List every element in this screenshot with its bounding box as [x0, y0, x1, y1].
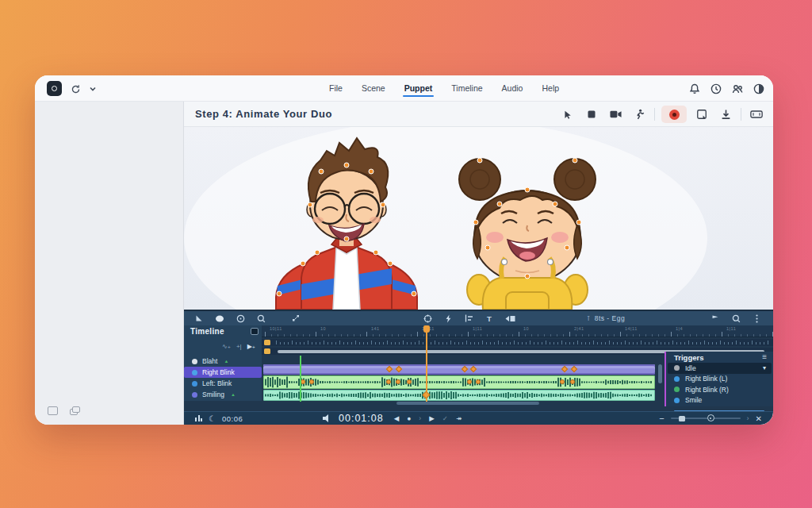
ellipse-tool-icon[interactable]	[214, 314, 225, 323]
skip-forward-button[interactable]: ↠	[456, 414, 462, 422]
record-button[interactable]	[661, 106, 687, 123]
desktop-background: File Scene Puppet Timeline Audio Help	[0, 0, 812, 508]
puppet-canvas[interactable]	[184, 127, 773, 310]
filmstrip-icon[interactable]	[748, 106, 765, 122]
left-sidebar-panel	[35, 102, 184, 425]
marker-in-icon[interactable]	[504, 314, 515, 323]
zoom-tool-icon[interactable]	[255, 314, 266, 323]
search-icon[interactable]	[730, 314, 741, 323]
trigger-item-right-blink-r[interactable]: Right Blink (R)	[666, 384, 773, 395]
align-left-icon[interactable]	[463, 314, 474, 323]
menu-puppet[interactable]: Puppet	[396, 80, 442, 98]
canvas-toolbar	[559, 102, 765, 127]
top-right-icons	[688, 75, 765, 102]
theme-toggle-icon[interactable]	[753, 83, 765, 95]
panel-view-icon[interactable]	[48, 406, 58, 415]
clip-left-blink-audio[interactable]	[263, 375, 655, 389]
trigger-item-smile[interactable]: Smile	[666, 395, 773, 406]
moon-icon[interactable]: ☾	[209, 414, 216, 423]
close-panel-icon[interactable]: ✕	[756, 414, 762, 423]
page-title: Step 4: Animate Your Duo	[195, 108, 332, 120]
menu-timeline[interactable]: Timeline	[442, 80, 491, 98]
track-label: Blaht	[202, 357, 217, 365]
track-dot-icon	[192, 392, 197, 398]
track-row-smiling[interactable]: Smiling ▲	[184, 389, 262, 400]
triggers-panel: Triggers ≡ Idle ▾ Right Blink (L) Right …	[665, 352, 773, 406]
timeline-toolbar: T ⊺ 8ts - Egg	[184, 310, 773, 325]
clip-smiling-audio[interactable]	[263, 390, 655, 401]
app-window: File Scene Puppet Timeline Audio Help	[35, 75, 773, 425]
trigger-item-right-blink-l[interactable]: Right Blink (L)	[666, 374, 773, 385]
performance-icon[interactable]	[195, 415, 202, 421]
add-track-icon[interactable]: +|	[236, 343, 242, 350]
circle-dot-icon[interactable]	[235, 314, 246, 323]
track-flag-icon: ▲	[231, 392, 236, 396]
select-cursor-icon[interactable]	[559, 106, 576, 122]
text-tool-icon[interactable]: T	[484, 314, 495, 323]
stop-frame-icon[interactable]	[583, 106, 600, 122]
trigger-item-idle[interactable]: Idle ▾	[668, 363, 772, 374]
track-row-right-blink[interactable]: Right Blink	[184, 367, 262, 378]
tracks-vertical-scrollbar[interactable]	[658, 364, 662, 383]
users-icon[interactable]	[731, 83, 744, 95]
menu-scene[interactable]: Scene	[353, 80, 394, 98]
trigger-dot-icon	[674, 376, 680, 382]
download-icon[interactable]	[717, 106, 734, 122]
snap-icon[interactable]: ∿₊	[222, 343, 231, 350]
lightning-icon[interactable]	[442, 314, 454, 323]
expand-icon[interactable]: ›	[747, 414, 749, 422]
menu-bar: File Scene Puppet Timeline Audio Help	[320, 75, 568, 102]
menu-help[interactable]: Help	[533, 80, 568, 98]
confirm-icon[interactable]: ✓	[442, 414, 448, 422]
timeline-clips-area	[263, 325, 655, 401]
step-forward-button[interactable]: ›	[419, 414, 421, 422]
chevron-down-icon[interactable]	[86, 82, 100, 96]
playhead[interactable]	[426, 325, 427, 402]
timeline-options-icon[interactable]	[251, 328, 259, 335]
trigger-label: Right Blink (L)	[685, 375, 727, 383]
target-icon[interactable]	[422, 314, 433, 323]
triggers-menu-icon[interactable]: ≡	[762, 353, 767, 361]
timeline-panel-title: Timeline	[190, 327, 224, 336]
walk-behavior-icon[interactable]	[630, 106, 648, 122]
step-back-button[interactable]: ◀	[394, 414, 400, 422]
timeline-status-bar: ☾ 00:06 00:01:08 ◀ ● › ▶ ✓ ↠ −	[184, 411, 773, 425]
timeline-zoom-slider[interactable]	[671, 418, 741, 419]
track-row-blaht[interactable]: Blaht ▲	[184, 356, 262, 367]
history-clock-icon[interactable]	[710, 83, 722, 95]
tracks-horizontal-scrollbar[interactable]	[396, 402, 539, 405]
track-label: Left: Blink	[202, 379, 232, 387]
clip-right-blink[interactable]	[263, 364, 655, 375]
track-dot-icon	[192, 359, 197, 364]
wedge-select-icon[interactable]	[193, 314, 205, 323]
playhead-handle[interactable]	[423, 325, 430, 333]
zoom-slider-handle[interactable]	[679, 416, 685, 421]
text-cursor-icon: ⊺	[587, 315, 591, 322]
menu-audio[interactable]: Audio	[493, 80, 532, 98]
stop-button[interactable]: ●	[407, 414, 411, 422]
zoom-slider-center-icon	[707, 414, 714, 421]
refresh-icon[interactable]	[68, 82, 82, 96]
bell-icon[interactable]	[688, 83, 701, 95]
zoom-out-icon[interactable]: −	[659, 414, 664, 423]
transport-controls: ◀ ● › ▶ ✓ ↠	[394, 414, 462, 422]
video-camera-icon[interactable]	[607, 106, 624, 122]
play-mini-icon[interactable]: ▶₊	[247, 343, 255, 350]
trigger-label: Idle	[685, 364, 696, 372]
track-label: Right Blink	[202, 368, 235, 376]
track-row-left-blink[interactable]: Left: Blink	[184, 378, 262, 389]
timeline-search-field[interactable]: ⊺ 8ts - Egg	[587, 314, 625, 322]
copy-layers-icon[interactable]	[70, 406, 80, 415]
scatter-pins-icon[interactable]	[290, 314, 301, 323]
speaker-icon[interactable]	[323, 414, 331, 422]
track-dot-icon	[192, 370, 197, 375]
trigger-label: Right Blink (R)	[685, 386, 729, 394]
caret-down-icon[interactable]: ▾	[763, 364, 766, 371]
save-snapshot-icon[interactable]	[693, 106, 710, 122]
track-dot-icon	[192, 381, 197, 387]
flag-icon[interactable]	[710, 314, 721, 323]
app-logo-icon[interactable]	[47, 81, 62, 96]
menu-file[interactable]: File	[320, 80, 351, 98]
play-button[interactable]: ▶	[429, 414, 435, 422]
kebab-menu-icon[interactable]	[751, 314, 762, 323]
